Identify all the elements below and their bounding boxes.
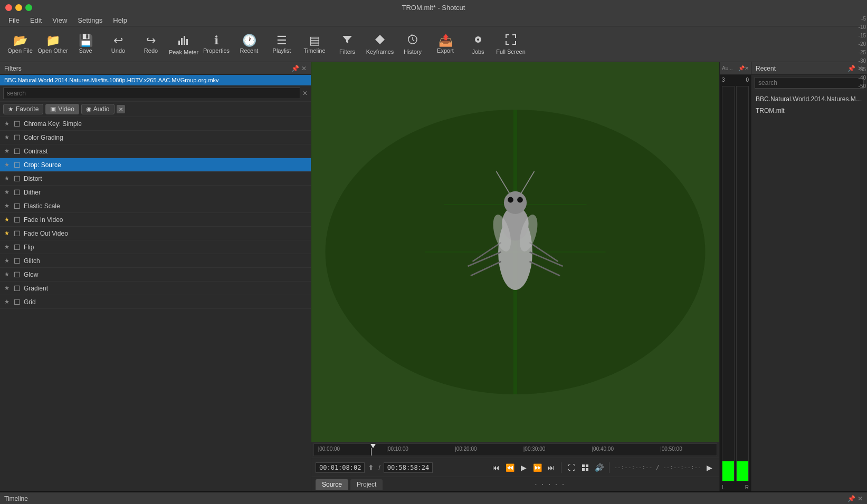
filter-star[interactable]: ★ xyxy=(4,257,11,264)
save-icon: 💾 xyxy=(79,35,93,46)
tab-video[interactable]: ▣ Video xyxy=(45,104,79,114)
close-button[interactable] xyxy=(5,4,12,11)
audio-close-icon[interactable]: ✕ xyxy=(745,65,749,71)
grid-button[interactable] xyxy=(579,462,591,473)
filter-item[interactable]: ★ ☐ Fade Out Video xyxy=(0,227,311,240)
filter-star[interactable]: ★ xyxy=(4,161,11,168)
menu-view[interactable]: View xyxy=(48,15,71,25)
toggle-zoom-button[interactable]: ⛶ xyxy=(566,462,577,473)
filter-item[interactable]: ★ ☐ Grid xyxy=(0,295,311,309)
filter-star[interactable]: ★ xyxy=(4,189,11,196)
filter-item[interactable]: ★ ☐ Fade In Video xyxy=(0,213,311,227)
redo-button[interactable]: ↪ Redo xyxy=(135,29,167,60)
filters-toolbar-button[interactable]: Filters xyxy=(331,29,363,60)
filter-item[interactable]: ★ ☐ Dither xyxy=(0,186,311,199)
filters-search-clear-icon[interactable]: ✕ xyxy=(302,90,308,97)
timeline-pin-icon[interactable]: 📌 xyxy=(847,495,855,502)
filter-item[interactable]: ★ ☐ Contrast xyxy=(0,144,311,158)
recent-item[interactable]: TROM.mlt xyxy=(751,105,867,117)
recent-search-input[interactable] xyxy=(755,77,864,89)
filter-star[interactable]: ★ xyxy=(4,134,11,141)
keyframes-icon xyxy=(374,34,386,47)
filter-star[interactable]: ★ xyxy=(4,230,11,237)
recent-pin-icon[interactable]: 📌 xyxy=(847,65,855,72)
right-level-green xyxy=(737,461,748,481)
filter-star[interactable]: ★ xyxy=(4,120,11,127)
source-tab[interactable]: Source xyxy=(316,479,348,490)
in-point-button[interactable]: ▶ xyxy=(703,462,715,473)
filter-item[interactable]: ★ ☐ Flip xyxy=(0,240,311,254)
go-to-end-button[interactable]: ⏭ xyxy=(545,462,557,473)
filter-star[interactable]: ★ xyxy=(4,298,11,305)
filter-star[interactable]: ★ xyxy=(4,202,11,209)
menu-settings[interactable]: Settings xyxy=(73,15,107,25)
level-minus40: -40 xyxy=(859,74,866,82)
filter-item[interactable]: ★ ☐ Distort xyxy=(0,172,311,186)
open-file-button[interactable]: 📂 Open File xyxy=(4,29,36,60)
volume-button[interactable]: 🔊 xyxy=(593,462,605,473)
minimize-button[interactable] xyxy=(15,4,22,11)
filter-item[interactable]: ★ ☐ Crop: Source xyxy=(0,158,311,172)
recent-item[interactable]: BBC.Natural.World.2014.Natures.Misfi... xyxy=(751,93,867,105)
filter-star[interactable]: ★ xyxy=(4,244,11,250)
preview-timeline-ruler[interactable]: |00:00:00 |00:10:00 |00:20:00 |00:30:00 … xyxy=(311,442,719,458)
fullscreen-label: Full Screen xyxy=(496,49,526,55)
preview-playhead-marker xyxy=(370,444,376,448)
titlebar: TROM.mlt* - Shotcut xyxy=(0,0,867,15)
filter-name: Distort xyxy=(24,175,42,182)
keyframes-button[interactable]: Keyframes xyxy=(364,29,396,60)
history-button[interactable]: History xyxy=(397,29,428,60)
timeline-close-icon[interactable]: ✕ xyxy=(858,495,863,502)
undo-button[interactable]: ↩ Undo xyxy=(102,29,134,60)
fullscreen-button[interactable]: Full Screen xyxy=(495,29,527,60)
menu-help[interactable]: Help xyxy=(109,15,131,25)
svg-rect-28 xyxy=(582,464,585,467)
filter-item[interactable]: ★ ☐ Glitch xyxy=(0,254,311,268)
filters-close-icon[interactable]: ✕ xyxy=(301,65,307,72)
video-container[interactable] xyxy=(311,62,719,442)
filter-star[interactable]: ★ xyxy=(4,216,11,223)
project-tab[interactable]: Project xyxy=(350,479,383,490)
filter-item[interactable]: ★ ☐ Elastic Scale xyxy=(0,199,311,213)
filter-item[interactable]: ★ ☐ Glow xyxy=(0,268,311,282)
current-timecode[interactable]: 00:01:08:02 xyxy=(316,462,365,473)
jobs-button[interactable]: Jobs xyxy=(462,29,494,60)
timeline-header-controls: 📌 ✕ xyxy=(847,495,863,502)
timeline-toolbar-button[interactable]: ▤ Timeline xyxy=(299,29,330,60)
audio-pin-icon[interactable]: 📌 xyxy=(738,65,745,71)
filter-item[interactable]: ★ ☐ Color Grading xyxy=(0,131,311,144)
export-button[interactable]: 📤 Export xyxy=(430,29,461,60)
filter-star[interactable]: ★ xyxy=(4,148,11,154)
tab-favorite[interactable]: ★ Favorite xyxy=(3,104,43,114)
save-label: Save xyxy=(79,47,92,54)
maximize-button[interactable] xyxy=(25,4,32,11)
filter-type-icon: ☐ xyxy=(14,120,21,128)
go-to-start-button[interactable]: ⏮ xyxy=(490,462,502,473)
play-button[interactable]: ▶ xyxy=(518,462,529,473)
peak-meter-button[interactable]: Peak Meter xyxy=(168,29,199,60)
save-button[interactable]: 💾 Save xyxy=(70,29,101,60)
properties-button[interactable]: ℹ Properties xyxy=(201,29,232,60)
filters-pin-icon[interactable]: 📌 xyxy=(291,65,299,72)
filters-search-input[interactable] xyxy=(3,88,300,99)
open-file-label: Open File xyxy=(7,47,33,54)
menu-edit[interactable]: Edit xyxy=(26,15,46,25)
filter-star[interactable]: ★ xyxy=(4,271,11,278)
rewind-button[interactable]: ⏪ xyxy=(504,462,516,473)
menu-file[interactable]: File xyxy=(4,15,24,25)
recent-toolbar-label: Recent xyxy=(240,47,259,54)
open-other-button[interactable]: 📁 Open Other xyxy=(37,29,69,60)
recent-icon: 🕐 xyxy=(242,35,256,46)
filter-star[interactable]: ★ xyxy=(4,285,11,292)
fast-forward-button[interactable]: ⏩ xyxy=(531,462,543,473)
filter-item[interactable]: ★ ☐ Gradient xyxy=(0,282,311,295)
peak-meter-label: Peak Meter xyxy=(169,49,198,55)
filter-item[interactable]: ★ ☐ Chroma Key: Simple xyxy=(0,117,311,131)
filter-star[interactable]: ★ xyxy=(4,175,11,182)
tab-audio[interactable]: ◉ Audio xyxy=(81,104,115,114)
level-minus20: -20 xyxy=(859,40,866,49)
playlist-button[interactable]: ☰ Playlist xyxy=(266,29,298,60)
svg-rect-29 xyxy=(586,464,588,467)
filters-tab-close-button[interactable]: ✕ xyxy=(117,105,125,113)
recent-toolbar-button[interactable]: 🕐 Recent xyxy=(233,29,265,60)
